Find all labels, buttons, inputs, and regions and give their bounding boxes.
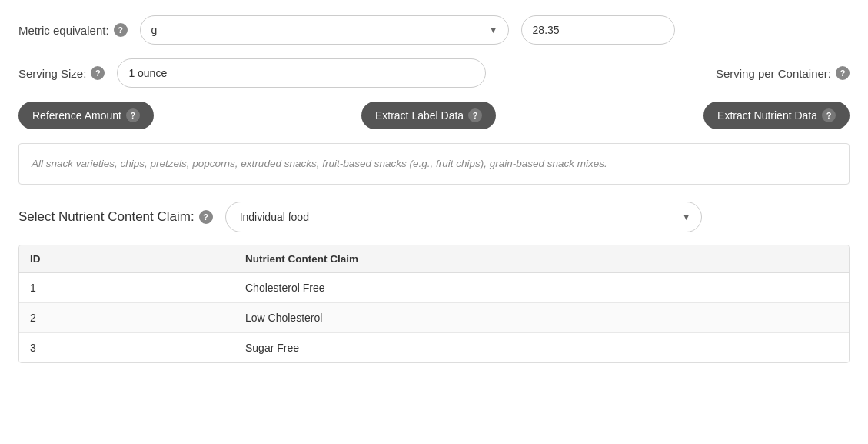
table-row: 1Cholesterol Free — [19, 273, 849, 303]
extract-label-button[interactable]: Extract Label Data ? — [361, 102, 496, 129]
serving-size-input[interactable] — [117, 58, 486, 88]
serving-size-label: Serving Size: ? — [18, 66, 105, 80]
metric-equivalent-text: Metric equivalent: — [18, 24, 109, 37]
cell-claim: Cholesterol Free — [234, 273, 849, 303]
serving-container-help-icon[interactable]: ? — [836, 66, 850, 80]
serving-size-text: Serving Size: — [18, 67, 86, 80]
reference-amount-button[interactable]: Reference Amount ? — [18, 102, 154, 129]
metric-equivalent-help-icon[interactable]: ? — [114, 23, 128, 37]
action-buttons-row: Reference Amount ? Extract Label Data ? … — [18, 102, 850, 129]
claim-table: ID Nutrient Content Claim 1Cholesterol F… — [19, 245, 849, 362]
table-header-row: ID Nutrient Content Claim — [19, 245, 849, 273]
cell-id: 2 — [19, 303, 234, 333]
table-body: 1Cholesterol Free2Low Cholesterol3Sugar … — [19, 273, 849, 363]
main-container: Metric equivalent: ? g mg mcg oz lb ▼ Se… — [0, 0, 868, 379]
nutrient-claim-table: ID Nutrient Content Claim 1Cholesterol F… — [18, 245, 850, 363]
cell-claim: Low Cholesterol — [234, 303, 849, 333]
cell-claim: Sugar Free — [234, 333, 849, 363]
table-row: 3Sugar Free — [19, 333, 849, 363]
metric-equivalent-row: Metric equivalent: ? g mg mcg oz lb ▼ — [18, 15, 850, 45]
serving-container-text: Serving per Container: — [716, 67, 831, 80]
table-row: 2Low Cholesterol — [19, 303, 849, 333]
metric-equivalent-select[interactable]: g mg mcg oz lb — [140, 15, 509, 45]
description-text: All snack varieties, chips, pretzels, po… — [32, 158, 607, 169]
metric-equivalent-label: Metric equivalent: ? — [18, 23, 128, 37]
serving-container-label: Serving per Container: ? — [716, 66, 850, 80]
extract-nutrient-text: Extract Nutrient Data — [717, 109, 817, 122]
extract-nutrient-help-icon[interactable]: ? — [822, 108, 836, 122]
extract-label-help-icon[interactable]: ? — [468, 108, 482, 122]
nutrient-claim-select-wrapper: Individual food Main dish Meal ▼ — [225, 202, 702, 232]
table-header: ID Nutrient Content Claim — [19, 245, 849, 273]
column-id-header: ID — [19, 245, 234, 273]
column-claim-header: Nutrient Content Claim — [234, 245, 849, 273]
extract-label-text: Extract Label Data — [375, 109, 464, 122]
nutrient-claim-row: Select Nutrient Content Claim: ? Individ… — [18, 202, 850, 232]
nutrient-claim-help-icon[interactable]: ? — [199, 210, 213, 224]
serving-size-help-icon[interactable]: ? — [91, 66, 105, 80]
extract-nutrient-button[interactable]: Extract Nutrient Data ? — [703, 102, 850, 129]
cell-id: 3 — [19, 333, 234, 363]
metric-equivalent-select-wrapper: g mg mcg oz lb ▼ — [140, 15, 509, 45]
nutrient-claim-select[interactable]: Individual food Main dish Meal — [225, 202, 702, 232]
nutrient-claim-label: Select Nutrient Content Claim: ? — [18, 209, 213, 225]
nutrient-claim-text: Select Nutrient Content Claim: — [18, 209, 195, 225]
serving-size-row: Serving Size: ? Serving per Container: ? — [18, 58, 850, 88]
cell-id: 1 — [19, 273, 234, 303]
reference-amount-help-icon[interactable]: ? — [126, 108, 140, 122]
description-box: All snack varieties, chips, pretzels, po… — [18, 143, 850, 185]
metric-value-input[interactable] — [521, 15, 675, 45]
reference-amount-label: Reference Amount — [32, 109, 121, 122]
